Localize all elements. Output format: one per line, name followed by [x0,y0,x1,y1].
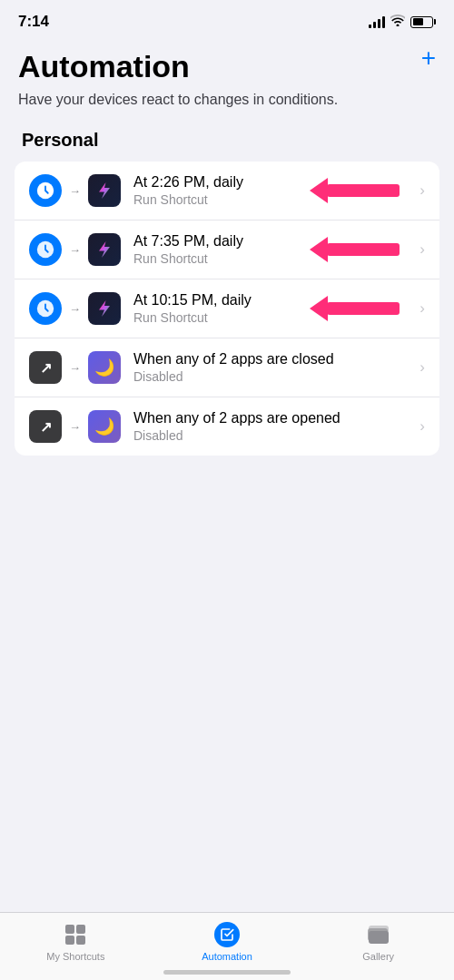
tab-label-my-shortcuts: My Shortcuts [46,951,104,962]
automation-item-2[interactable]: → At 7:35 PM, dail [15,220,439,279]
item-icons-5: ↗ → 🌙 [29,410,121,443]
sleep-icon-4: 🌙 [88,351,121,384]
automation-active-circle [214,922,240,947]
status-time: 7:14 [18,13,49,31]
home-indicator [163,970,291,975]
annotation-arrow-2 [310,237,400,262]
gallery-icon [368,926,390,944]
tab-my-shortcuts[interactable]: My Shortcuts [0,922,152,962]
content-area: → At 2:26 PM, dail [0,162,454,546]
status-bar: 7:14 [0,0,454,38]
item-info-5: When any of 2 apps are opened Disabled [133,410,412,443]
chevron-icon-1: › [419,181,425,200]
chevron-icon-4: › [419,358,425,377]
tab-gallery[interactable]: Gallery [302,922,454,962]
arrow-icon-1: → [69,184,81,198]
automation-item-4[interactable]: ↗ → 🌙 When any of 2 apps are closed Disa… [15,338,439,397]
arrow-icon-5: → [69,420,81,434]
item-subtitle-5: Disabled [133,428,412,443]
item-info-4: When any of 2 apps are closed Disabled [133,351,412,384]
automations-list: → At 2:26 PM, dail [15,162,439,456]
arrow-icon-3: → [69,302,81,316]
item-title-5: When any of 2 apps are opened [133,410,412,426]
shortcuts-icon-3 [88,292,121,325]
item-icons-4: ↗ → 🌙 [29,351,121,384]
page-title: Automation [18,49,436,84]
section-title-personal: Personal [18,130,436,151]
clock-icon-3 [29,292,62,325]
my-shortcuts-icon [63,922,88,947]
annotation-arrow-3 [310,296,400,321]
signal-icon [369,15,385,28]
tab-automation[interactable]: Automation [152,922,303,962]
status-icons [369,15,436,29]
add-button[interactable]: + [421,45,436,71]
clock-icon-1 [29,174,62,207]
wifi-icon [390,15,405,29]
automation-item-1[interactable]: → At 2:26 PM, dail [15,162,439,220]
chevron-icon-2: › [419,240,425,259]
app-icon-4: ↗ [29,351,62,384]
chevron-icon-3: › [419,299,425,318]
header: + Automation Have your devices react to … [0,38,454,151]
automation-icon [214,922,240,947]
gallery-icon-container [366,922,391,947]
app-icon-5: ↗ [29,410,62,443]
shortcuts-icon-2 [88,233,121,266]
shortcuts-icon-1 [88,174,121,207]
grid-icon [65,925,85,945]
tab-label-gallery: Gallery [362,951,394,962]
item-title-4: When any of 2 apps are closed [133,351,412,368]
automation-item-3[interactable]: → At 10:15 PM, dai [15,279,439,338]
item-subtitle-4: Disabled [133,369,412,384]
page-subtitle: Have your devices react to changes in co… [18,90,436,110]
sleep-icon-5: 🌙 [88,410,121,443]
tab-label-automation: Automation [202,951,252,962]
item-icons-3: → [29,292,121,325]
annotation-arrow-1 [310,178,400,203]
clock-icon-2 [29,233,62,266]
item-icons-1: → [29,174,121,207]
arrow-icon-4: → [69,361,81,375]
item-icons-2: → [29,233,121,266]
battery-icon [410,16,436,28]
chevron-icon-5: › [419,417,425,436]
arrow-icon-2: → [69,243,81,257]
automation-item-5[interactable]: ↗ → 🌙 When any of 2 apps are opened Disa… [15,397,439,456]
